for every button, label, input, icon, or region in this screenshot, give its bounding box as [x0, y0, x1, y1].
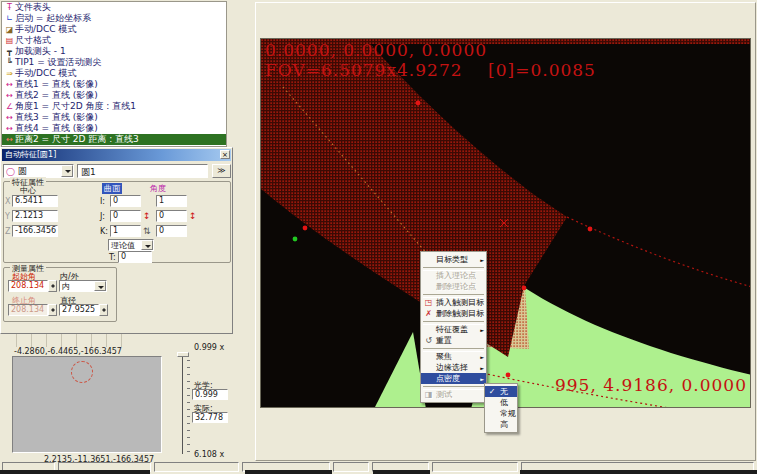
- tree-item[interactable]: ↔ 直线4 = 直线 (影像): [2, 123, 226, 134]
- point-marker[interactable]: [588, 227, 593, 232]
- dimension-tool-icon[interactable]: [231, 65, 251, 80]
- camera-tool-icon[interactable]: [2, 334, 17, 347]
- dimension-tool-icon[interactable]: [231, 260, 251, 275]
- graphics-tool-icon[interactable]: [444, 421, 461, 439]
- context-menu-item[interactable]: 插入理论点 ►: [421, 270, 486, 281]
- combo-dropdown-button[interactable]: [61, 165, 73, 177]
- point-marker[interactable]: [522, 286, 527, 291]
- graphics-viewport[interactable]: 0.0000, 0.0000, 0.0000 FOV=6.5079x4.9272…: [260, 38, 751, 408]
- inout-combo[interactable]: 内: [59, 280, 107, 292]
- feature-type-combo[interactable]: ◯ 圆: [3, 164, 74, 178]
- option-icon[interactable]: [153, 319, 165, 331]
- option-icon[interactable]: [82, 319, 94, 331]
- context-menu-item[interactable]: ↺ 重置 ►: [421, 335, 486, 346]
- magnification-slider[interactable]: [180, 354, 190, 454]
- diameter-spinner[interactable]: [99, 304, 108, 316]
- option-icon[interactable]: [95, 319, 107, 331]
- dimension-tool-icon[interactable]: [231, 275, 251, 290]
- graphics-tool-icon[interactable]: [274, 421, 291, 439]
- context-menu-item[interactable]: 目标类型 ►: [421, 254, 486, 265]
- context-menu-item[interactable]: 删除理论点 ►: [421, 281, 486, 292]
- swap-vector-icon[interactable]: ↕: [143, 211, 151, 221]
- graphics-tool-icon[interactable]: [393, 421, 410, 439]
- context-menu-item[interactable]: 聚焦 ►: [421, 351, 486, 362]
- option-icon[interactable]: [4, 319, 16, 331]
- context-menu-item[interactable]: 边缘选择 ►: [421, 362, 486, 373]
- tree-item[interactable]: ⇒ 手动/DCC 模式: [2, 68, 226, 79]
- graphics-tool-icon[interactable]: [410, 421, 427, 439]
- dimension-tool-icon[interactable]: [231, 95, 251, 110]
- graphics-tool-icon[interactable]: [427, 421, 444, 439]
- tree-item[interactable]: ╚ TIP1 = 设置活动测尖: [2, 57, 226, 68]
- camera-live-view[interactable]: [12, 356, 162, 453]
- tree-item[interactable]: Ŧ 文件表头: [2, 2, 226, 13]
- edit-icon[interactable]: [6, 240, 18, 252]
- start-point-marker[interactable]: [293, 237, 298, 242]
- context-menu-item[interactable]: ◨ 测试 ►: [421, 389, 486, 400]
- tree-item[interactable]: ┳ 加载测头 - 1: [2, 46, 226, 57]
- option-icon[interactable]: [43, 319, 55, 331]
- step-vector-icon[interactable]: ⇅: [143, 226, 151, 236]
- angle3-field[interactable]: 0: [156, 225, 187, 237]
- tree-item[interactable]: ↔ 直线3 = 直线 (影像): [2, 112, 226, 123]
- combo-dropdown-button[interactable]: [141, 240, 153, 250]
- camera-tool-icon[interactable]: [77, 334, 92, 347]
- t-field[interactable]: 0: [118, 251, 152, 263]
- graphics-tool-icon[interactable]: [529, 421, 546, 439]
- dimension-tool-icon[interactable]: [231, 155, 251, 170]
- dimension-tool-icon[interactable]: [231, 80, 251, 95]
- point-marker[interactable]: [303, 226, 308, 231]
- dimension-tool-icon[interactable]: [231, 125, 251, 140]
- graphics-tool-icon[interactable]: [461, 421, 478, 439]
- slider-handle[interactable]: [177, 352, 189, 357]
- tree-item[interactable]: ↔ 直线2 = 直线 (影像): [2, 90, 226, 101]
- dimension-tool-icon[interactable]: [231, 170, 251, 185]
- k-field[interactable]: 1: [110, 225, 141, 237]
- dimension-tool-icon[interactable]: [231, 215, 251, 230]
- center-x-field[interactable]: 6.5411: [12, 195, 58, 207]
- graphics-tool-icon[interactable]: [325, 421, 342, 439]
- submenu-item[interactable]: 高: [485, 419, 517, 430]
- option-icon[interactable]: [56, 319, 68, 331]
- i-field[interactable]: 0: [110, 195, 141, 207]
- dimension-tool-icon[interactable]: [231, 5, 251, 20]
- dimension-tool-icon[interactable]: [231, 200, 251, 215]
- end-angle-field[interactable]: 208.134: [8, 304, 48, 316]
- feature-name-field[interactable]: 圆1: [77, 164, 208, 178]
- graphics-tool-icon[interactable]: [257, 421, 274, 439]
- graphics-tool-icon[interactable]: [359, 421, 376, 439]
- combo-dropdown-button[interactable]: [94, 281, 106, 291]
- diameter-field[interactable]: 27.9525: [59, 304, 99, 316]
- angle2-field[interactable]: 0: [156, 210, 187, 222]
- graphics-tool-icon[interactable]: [308, 421, 325, 439]
- point-marker[interactable]: [416, 101, 421, 106]
- surface-label[interactable]: 曲面: [102, 183, 122, 194]
- swap-angle-icon[interactable]: ↕: [189, 211, 197, 221]
- option-icon[interactable]: [121, 319, 133, 331]
- dimension-tool-icon[interactable]: [231, 35, 251, 50]
- edit-icon[interactable]: [32, 240, 44, 252]
- theoretical-value-combo[interactable]: 理论值: [108, 239, 154, 251]
- graphics-tool-icon[interactable]: [291, 421, 308, 439]
- tree-item[interactable]: ▤ 尺寸格式: [2, 35, 226, 46]
- option-icon[interactable]: [169, 319, 181, 331]
- camera-tool-icon[interactable]: [92, 334, 107, 347]
- dialog-close-button[interactable]: ×: [220, 150, 230, 159]
- dialog-title[interactable]: 自动特征[圆1]: [2, 149, 231, 161]
- tree-item[interactable]: ∠ 角度1 = 尺寸2D 角度 : 直线1: [2, 101, 226, 112]
- option-icon[interactable]: [30, 319, 42, 331]
- option-icon[interactable]: [69, 319, 81, 331]
- submenu-item[interactable]: 常规: [485, 408, 517, 419]
- dimension-tool-icon[interactable]: [231, 20, 251, 35]
- dimension-tool-icon[interactable]: [231, 110, 251, 125]
- submenu-item[interactable]: ✓ 无: [485, 386, 517, 397]
- dimension-tool-icon[interactable]: [231, 50, 251, 65]
- j-field[interactable]: 0: [110, 210, 141, 222]
- camera-tool-icon[interactable]: [32, 334, 47, 347]
- dimension-tool-icon[interactable]: [231, 140, 251, 155]
- camera-tool-icon[interactable]: [17, 334, 32, 347]
- option-icon[interactable]: [134, 319, 146, 331]
- center-y-field[interactable]: 2.1213: [12, 210, 58, 222]
- dimension-tool-icon[interactable]: [231, 245, 251, 260]
- tree-item[interactable]: ↔ 距离2 = 尺寸 2D 距离 : 直线3: [2, 134, 226, 145]
